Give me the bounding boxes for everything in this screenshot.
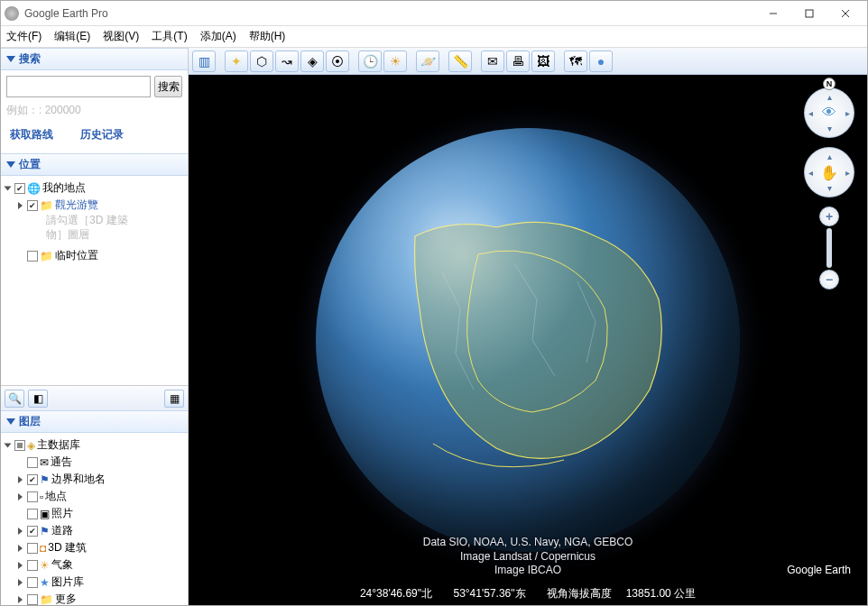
places-panel-header[interactable]: 位置: [1, 153, 188, 176]
main-toolbar: ▥ ✦ ⬡ ↝ ◈ ⦿ 🕒 ☀ 🪐 📏 ✉ 🖶 🖼 🗺 ●: [189, 48, 867, 75]
zoom-control: + −: [819, 207, 839, 289]
chevron-up-icon[interactable]: ▴: [827, 92, 832, 102]
expand-toggle[interactable]: [15, 543, 25, 553]
save-image-button[interactable]: 🖼: [531, 50, 555, 72]
chevron-left-icon[interactable]: ◂: [808, 168, 813, 178]
chevron-left-icon[interactable]: ◂: [808, 108, 813, 118]
close-button[interactable]: [827, 2, 863, 25]
expand-toggle[interactable]: [15, 577, 25, 587]
sightseeing-label[interactable]: 觀光游覽: [55, 197, 98, 213]
placemark-button[interactable]: ✦: [225, 50, 248, 72]
star-icon: ★: [40, 576, 50, 589]
ruler-button[interactable]: 📏: [448, 50, 472, 72]
view-maps-button[interactable]: 🗺: [564, 50, 587, 72]
record-tour-button[interactable]: ⦿: [326, 50, 349, 72]
expand-toggle[interactable]: [15, 491, 25, 501]
layer-places[interactable]: 地点: [45, 489, 67, 504]
menu-add[interactable]: 添加(A): [200, 29, 236, 44]
expand-toggle[interactable]: [15, 594, 25, 604]
zoom-slider[interactable]: [826, 228, 832, 268]
place-icon: ▫: [40, 491, 43, 503]
checkbox[interactable]: [27, 543, 38, 554]
sunlight-button[interactable]: ☀: [383, 50, 407, 72]
menu-tools[interactable]: 工具(T): [152, 29, 187, 44]
myplaces-label[interactable]: 我的地点: [42, 180, 86, 196]
image-overlay-button[interactable]: ◈: [300, 50, 324, 72]
layer-borders[interactable]: 边界和地名: [51, 472, 106, 487]
earth-globe[interactable]: [316, 128, 740, 552]
checkbox[interactable]: ✔: [27, 474, 38, 485]
polygon-button[interactable]: ⬡: [250, 50, 273, 72]
database-icon: ◈: [27, 439, 35, 452]
checkbox[interactable]: [27, 560, 38, 571]
zoom-in-button[interactable]: +: [819, 207, 839, 226]
expand-toggle[interactable]: [3, 183, 13, 193]
chevron-down-icon[interactable]: ▾: [827, 183, 832, 193]
path-button[interactable]: ↝: [275, 50, 299, 72]
pan-control[interactable]: ▴ ▾ ◂ ▸ ✋: [804, 147, 854, 197]
collapse-icon: [6, 418, 15, 425]
expand-toggle[interactable]: [3, 440, 13, 450]
checkbox[interactable]: [27, 509, 38, 519]
search-panel-header[interactable]: 搜索: [1, 48, 188, 70]
checkbox[interactable]: [27, 577, 38, 588]
chevron-down-icon[interactable]: ▾: [827, 124, 832, 133]
north-indicator[interactable]: N: [823, 78, 836, 90]
layer-3d-buildings[interactable]: 3D 建筑: [48, 540, 87, 556]
layer-roads[interactable]: 道路: [51, 523, 73, 538]
layer-weather[interactable]: 气象: [51, 557, 73, 573]
layers-panel-header[interactable]: 图层: [1, 410, 188, 433]
layer-gallery[interactable]: 图片库: [51, 574, 84, 590]
checkbox[interactable]: [27, 457, 38, 468]
photo-icon: ▣: [40, 508, 50, 520]
globe-button[interactable]: ●: [589, 50, 613, 72]
maximize-button[interactable]: [791, 2, 827, 25]
globe-viewport[interactable]: N ▴ ▾ ◂ ▸ 👁 ▴ ▾ ◂ ▸ ✋ + −: [189, 75, 867, 605]
layer-announcements[interactable]: 通告: [51, 454, 72, 470]
menubar: 文件(F) 编辑(E) 视图(V) 工具(T) 添加(A) 帮助(H): [1, 26, 867, 48]
add-content-button[interactable]: ▦: [164, 390, 184, 408]
alt-value: 13851.00 公里: [626, 587, 696, 600]
attribution: Data SIO, NOAA, U.S. Navy, NGA, GEBCO Im…: [423, 536, 633, 578]
search-button[interactable]: 搜索: [154, 76, 182, 97]
checkbox[interactable]: ✔: [14, 183, 25, 194]
chevron-right-icon[interactable]: ▸: [845, 108, 850, 118]
menu-view[interactable]: 视图(V): [103, 29, 139, 44]
temp-places-label[interactable]: 临时位置: [55, 248, 98, 263]
menu-edit[interactable]: 编辑(E): [54, 29, 90, 44]
history-link[interactable]: 历史记录: [80, 127, 124, 142]
chevron-right-icon[interactable]: ▸: [845, 168, 850, 178]
minimize-button[interactable]: [755, 2, 791, 25]
print-button[interactable]: 🖶: [506, 50, 530, 72]
checkbox[interactable]: ✔: [27, 200, 38, 211]
checkbox[interactable]: [27, 491, 38, 502]
split-view-button[interactable]: ◧: [28, 390, 48, 408]
search-places-button[interactable]: 🔍: [5, 390, 24, 408]
expand-toggle[interactable]: [15, 200, 25, 210]
menu-help[interactable]: 帮助(H): [249, 29, 286, 44]
zoom-out-button[interactable]: −: [819, 270, 839, 289]
folder-icon: 📁: [40, 199, 53, 212]
planet-button[interactable]: 🪐: [416, 50, 439, 72]
expand-toggle[interactable]: [15, 526, 25, 536]
checkbox[interactable]: [27, 251, 38, 262]
toggle-sidebar-button[interactable]: ▥: [192, 50, 216, 72]
history-button[interactable]: 🕒: [358, 50, 382, 72]
chevron-up-icon[interactable]: ▴: [827, 152, 832, 161]
checkbox[interactable]: ✔: [27, 526, 38, 537]
checkbox[interactable]: [27, 594, 38, 605]
directions-link[interactable]: 获取路线: [10, 127, 53, 142]
layer-more[interactable]: 更多: [55, 592, 77, 605]
search-hint: 例如：: 200000: [6, 103, 182, 118]
layer-photos[interactable]: 照片: [51, 506, 73, 521]
app-icon: [5, 6, 19, 21]
search-input[interactable]: [6, 76, 151, 97]
email-button[interactable]: ✉: [481, 50, 504, 72]
weather-icon: ☀: [40, 559, 50, 572]
expand-toggle[interactable]: [15, 474, 25, 484]
menu-file[interactable]: 文件(F): [6, 29, 42, 44]
checkbox[interactable]: [14, 440, 25, 451]
look-compass[interactable]: N ▴ ▾ ◂ ▸ 👁: [804, 87, 854, 138]
main-db-label[interactable]: 主数据库: [37, 437, 80, 453]
expand-toggle[interactable]: [15, 560, 25, 570]
